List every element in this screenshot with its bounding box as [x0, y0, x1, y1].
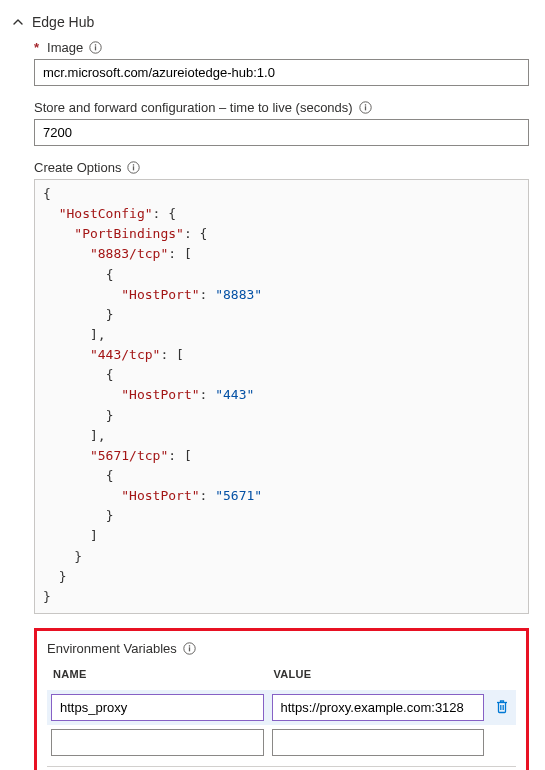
delete-row-button[interactable] [492, 696, 512, 719]
image-input[interactable] [34, 59, 529, 86]
info-icon[interactable] [183, 642, 196, 655]
env-row [47, 690, 516, 725]
env-value-input[interactable] [272, 694, 485, 721]
field-image: * Image [34, 40, 529, 86]
env-row [47, 725, 516, 760]
create-options-label: Create Options [34, 160, 121, 175]
svg-rect-8 [133, 164, 134, 165]
ttl-input[interactable] [34, 119, 529, 146]
field-create-options: Create Options { "HostConfig": { "PortBi… [34, 160, 529, 614]
svg-rect-4 [365, 106, 366, 110]
svg-rect-1 [95, 46, 96, 50]
env-section-label: Environment Variables [47, 641, 177, 656]
ttl-label: Store and forward configuration – time t… [34, 100, 353, 115]
table-bottom-border [47, 766, 516, 767]
create-options-editor[interactable]: { "HostConfig": { "PortBindings": { "888… [34, 179, 529, 614]
field-ttl: Store and forward configuration – time t… [34, 100, 529, 146]
ttl-label-row: Store and forward configuration – time t… [34, 100, 529, 115]
image-label: Image [47, 40, 83, 55]
env-name-input[interactable] [51, 694, 264, 721]
required-marker: * [34, 40, 39, 55]
env-value-input[interactable] [272, 729, 485, 756]
image-label-row: * Image [34, 40, 529, 55]
svg-rect-10 [189, 647, 190, 651]
env-header-value: VALUE [268, 660, 489, 690]
info-icon[interactable] [359, 101, 372, 114]
svg-rect-7 [133, 166, 134, 170]
env-header-name: NAME [47, 660, 268, 690]
svg-rect-5 [365, 104, 366, 105]
trash-icon [494, 698, 510, 717]
info-icon[interactable] [127, 161, 140, 174]
section-header[interactable]: Edge Hub [12, 8, 533, 40]
svg-rect-11 [189, 645, 190, 646]
env-name-input[interactable] [51, 729, 264, 756]
info-icon[interactable] [89, 41, 102, 54]
section-title: Edge Hub [32, 14, 94, 30]
env-label-row: Environment Variables [47, 641, 516, 656]
chevron-up-icon [12, 16, 24, 28]
environment-variables-section: Environment Variables NAME VALUE [34, 628, 529, 770]
svg-rect-2 [95, 44, 96, 45]
env-table: NAME VALUE [47, 660, 516, 760]
create-options-label-row: Create Options [34, 160, 529, 175]
